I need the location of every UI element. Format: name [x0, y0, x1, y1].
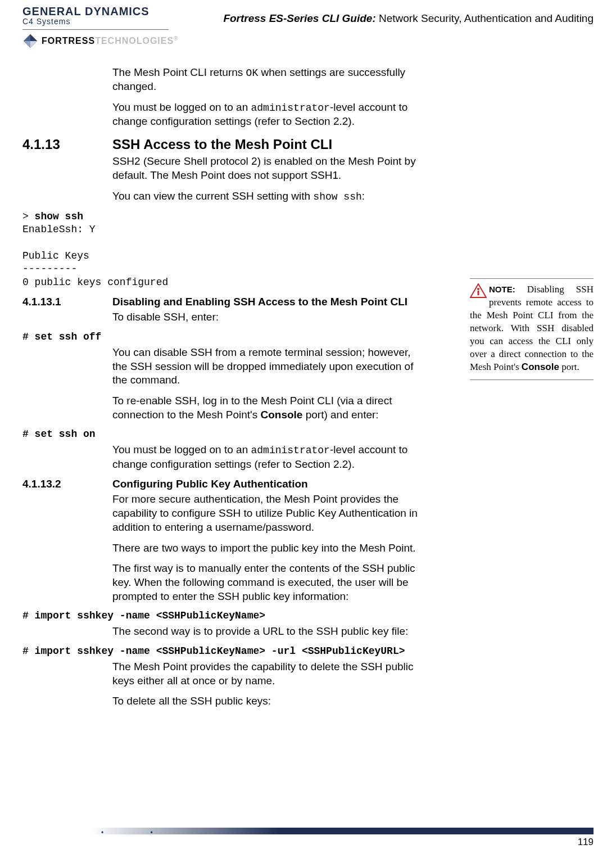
note-sidebar: NOTE: Disabling SSH prevents remote acce…	[470, 278, 594, 380]
title-rest-part: Network Security, Authentication and Aud…	[376, 12, 594, 24]
s41132-p6: To delete all the SSH public keys:	[112, 694, 427, 708]
cli-show-ssh-block: > show ssh EnableSsh: Y Public Keys ----…	[22, 210, 594, 289]
s41132-p3: The first way is to manually enter the c…	[112, 562, 427, 603]
c4-systems-subtext: C4 Systems	[22, 17, 191, 26]
svg-point-6	[477, 288, 479, 290]
page-number: 119	[22, 837, 594, 848]
fortress-diamond-icon	[22, 33, 38, 49]
page-header: GENERAL DYNAMICS C4 Systems FORTRESSTECH…	[22, 0, 594, 49]
page: GENERAL DYNAMICS C4 Systems FORTRESSTECH…	[0, 0, 616, 858]
s4113-p1: SSH2 (Secure Shell protocol 2) is enable…	[112, 155, 427, 182]
logo-block: GENERAL DYNAMICS C4 Systems FORTRESSTECH…	[22, 6, 191, 49]
subsection-number: 4.1.13.1	[22, 296, 112, 308]
svg-rect-7	[478, 291, 479, 295]
s41131-p2: You can disable SSH from a remote termin…	[112, 346, 427, 387]
subsection-title: Disabling and Enabling SSH Access to the…	[112, 296, 427, 308]
subsection-number-2: 4.1.13.2	[22, 478, 112, 490]
logo-divider	[22, 29, 169, 30]
content-area: The Mesh Point CLI returns OK when setti…	[22, 66, 594, 708]
subsection-title-2: Configuring Public Key Authentication	[112, 478, 427, 490]
section-title: SSH Access to the Mesh Point CLI	[112, 137, 332, 152]
section-4-1-13-heading: 4.1.13 SSH Access to the Mesh Point CLI	[22, 137, 594, 152]
cli-import-sshkey-name-url: # import sshkey -name <SSHPublicKeyName>…	[22, 645, 594, 657]
fortress-logo-row: FORTRESSTECHNOLOGIES®	[22, 33, 191, 49]
s41132-p2: There are two ways to import the public …	[112, 541, 427, 556]
intro-paragraph-1: The Mesh Point CLI returns OK when setti…	[112, 66, 427, 94]
technologies-word: TECHNOLOGIES	[95, 37, 174, 46]
s41132-p5: The Mesh Point provides the capability t…	[112, 660, 427, 688]
registered-mark: ®	[174, 35, 178, 42]
note-text-b: port.	[559, 362, 579, 372]
info-warning-icon	[470, 283, 487, 298]
svg-marker-1	[30, 34, 37, 41]
section-4-1-13-2-heading: 4.1.13.2 Configuring Public Key Authenti…	[22, 478, 594, 490]
svg-marker-3	[24, 41, 30, 48]
cli-import-sshkey-name: # import sshkey -name <SSHPublicKeyName>	[22, 610, 594, 621]
general-dynamics-logo-text: GENERAL DYNAMICS	[22, 6, 191, 17]
s41131-p3: To re-enable SSH, log in to the Mesh Poi…	[112, 394, 427, 422]
title-bold-part: Fortress ES-Series CLI Guide:	[223, 12, 375, 24]
note-label: NOTE:	[489, 285, 515, 294]
section-number: 4.1.13	[22, 137, 112, 152]
fortress-word: FORTRESS	[42, 37, 95, 46]
svg-marker-4	[30, 41, 37, 48]
cli-set-ssh-on: # set ssh on	[22, 428, 594, 440]
s4113-p2: You can view the current SSH setting wit…	[112, 189, 427, 204]
page-footer: • • 119	[22, 828, 594, 848]
footer-dots: • •	[101, 829, 175, 837]
note-console-word: Console	[522, 362, 559, 372]
document-title: Fortress ES-Series CLI Guide: Network Se…	[191, 6, 594, 25]
note-text-a: Disabling SSH prevents remote access to …	[470, 284, 594, 372]
intro-paragraph-2: You must be logged on to an administrato…	[112, 101, 427, 129]
s41131-p4: You must be logged on to an administrato…	[112, 443, 427, 471]
s41132-p1: For more secure authentication, the Mesh…	[112, 493, 427, 534]
s41132-p4: The second way is to provide a URL to th…	[112, 625, 427, 639]
s41131-p1: To disable SSH, enter:	[112, 310, 427, 324]
svg-marker-2	[24, 34, 30, 41]
